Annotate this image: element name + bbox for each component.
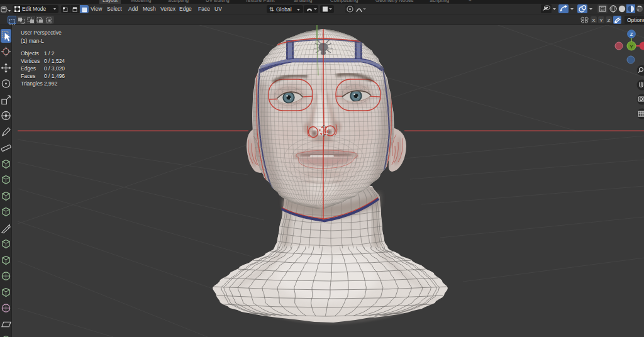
svg-text:Z: Z xyxy=(630,31,633,37)
svg-text:Global: Global xyxy=(276,6,292,13)
svg-text:⇅: ⇅ xyxy=(269,6,274,13)
svg-text:Z: Z xyxy=(608,18,611,23)
svg-text:Y: Y xyxy=(630,44,633,50)
svg-text:Y: Y xyxy=(599,18,603,23)
svg-text:X: X xyxy=(592,18,596,23)
